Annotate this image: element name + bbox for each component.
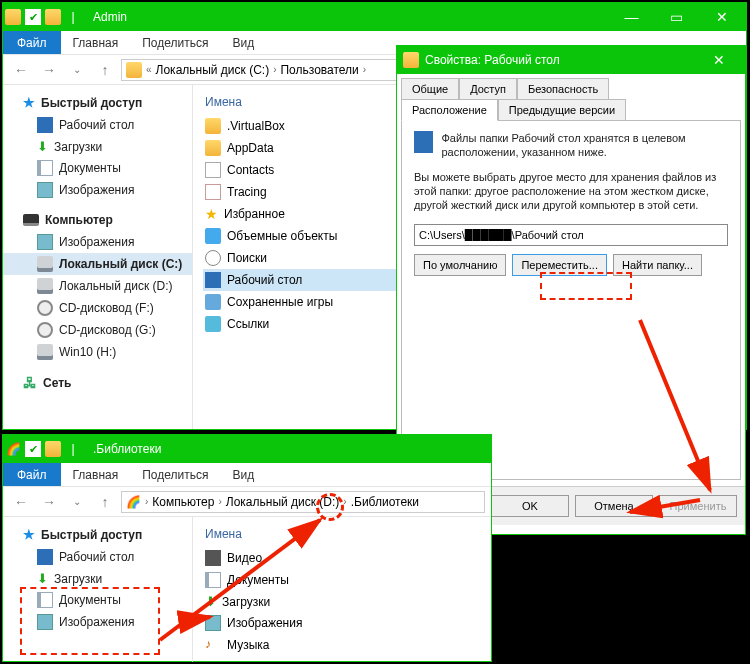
star-icon: ★	[23, 527, 35, 542]
nav-network[interactable]: 🖧Сеть	[3, 371, 192, 395]
nav-pictures[interactable]: Изображения	[3, 179, 192, 201]
music-icon: ♪	[205, 637, 221, 653]
tab-view[interactable]: Вид	[220, 31, 266, 54]
breadcrumb-seg-1[interactable]: Локальный диск (C:)	[156, 63, 270, 77]
drive-icon	[37, 278, 53, 294]
nav-cd-g[interactable]: CD-дисковод (G:)	[3, 319, 192, 341]
breadcrumb-2[interactable]: 🌈 › Компьютер › Локальный диск (D:) › .Б…	[121, 491, 485, 513]
move-button[interactable]: Переместить...	[512, 254, 607, 276]
dialog-close-button[interactable]: ✕	[699, 52, 739, 68]
nav-win-h[interactable]: Win10 (H:)	[3, 341, 192, 363]
breadcrumb-icon-2: 🌈	[126, 495, 141, 509]
nav-desktop-2[interactable]: Рабочий стол	[3, 546, 192, 568]
tab-row-1: Общие Доступ Безопасность	[401, 78, 741, 99]
apply-button[interactable]: Применить	[659, 495, 737, 517]
nav-drive-c[interactable]: Локальный диск (C:)	[3, 253, 192, 275]
default-button[interactable]: По умолчанию	[414, 254, 506, 276]
maximize-button[interactable]: ▭	[654, 3, 699, 31]
saved-icon	[205, 294, 221, 310]
up-button-2[interactable]: ↑	[93, 490, 117, 514]
ok-button[interactable]: OK	[491, 495, 569, 517]
find-folder-button[interactable]: Найти папку...	[613, 254, 702, 276]
ribbon-tabs-2: Файл Главная Поделиться Вид	[3, 463, 491, 487]
column-header-name-2[interactable]: Имена	[203, 525, 481, 547]
forward-button[interactable]: →	[37, 58, 61, 82]
item-music[interactable]: ♪Музыка	[203, 634, 481, 656]
desktop-icon	[37, 117, 53, 133]
close-button[interactable]: ✕	[699, 3, 744, 31]
tab-view-2[interactable]: Вид	[220, 463, 266, 486]
document-icon	[205, 572, 221, 588]
favorite-icon: ★	[205, 206, 218, 222]
nav-drive-d[interactable]: Локальный диск (D:)	[3, 275, 192, 297]
titlebar-2[interactable]: 🌈 ✔ | .Библиотеки	[3, 435, 491, 463]
qat-folder-icon[interactable]	[45, 9, 61, 25]
item-downloads-2[interactable]: ⬇Загрузки	[203, 591, 481, 612]
nav-pictures2[interactable]: Изображения	[3, 231, 192, 253]
network-icon: 🖧	[23, 375, 37, 391]
forward-button-2[interactable]: →	[37, 490, 61, 514]
qat-check-icon[interactable]: ✔	[25, 441, 41, 457]
tab-security[interactable]: Безопасность	[517, 78, 609, 100]
nav-quick-access-2[interactable]: ★Быстрый доступ	[3, 523, 192, 546]
nav-documents-2[interactable]: Документы	[3, 589, 192, 611]
titlebar[interactable]: ✔ | Admin ― ▭ ✕	[3, 3, 746, 31]
tab-share-2[interactable]: Поделиться	[130, 463, 220, 486]
tab-home[interactable]: Главная	[61, 31, 131, 54]
tab-general[interactable]: Общие	[401, 78, 459, 100]
tab-previous[interactable]: Предыдущие версии	[498, 99, 626, 121]
nav-cd-f[interactable]: CD-дисковод (F:)	[3, 297, 192, 319]
tab-location[interactable]: Расположение	[401, 99, 498, 121]
dialog-body: Общие Доступ Безопасность Расположение П…	[397, 74, 745, 486]
3d-icon	[205, 228, 221, 244]
star-icon: ★	[23, 95, 35, 110]
dialog-title: Свойства: Рабочий стол	[425, 53, 560, 67]
desktop-icon	[37, 549, 53, 565]
nav-desktop[interactable]: Рабочий стол	[3, 114, 192, 136]
item-pictures-2[interactable]: Изображения	[203, 612, 481, 634]
breadcrumb2-seg-1[interactable]: Компьютер	[152, 495, 214, 509]
picture-icon	[37, 234, 53, 250]
file-menu[interactable]: Файл	[3, 31, 61, 54]
content-pane-2: Имена Видео Документы ⬇Загрузки Изображе…	[193, 517, 491, 662]
dialog-icon	[403, 52, 419, 68]
location-button-row: По умолчанию Переместить... Найти папку.…	[414, 254, 728, 276]
qat-folder-icon[interactable]	[45, 441, 61, 457]
explorer-libraries: 🌈 ✔ | .Библиотеки Файл Главная Поделитьс…	[2, 434, 492, 662]
back-button[interactable]: ←	[9, 58, 33, 82]
nav-computer[interactable]: Компьютер	[3, 209, 192, 231]
tab-home-2[interactable]: Главная	[61, 463, 131, 486]
recent-dropdown-2[interactable]: ⌄	[65, 490, 89, 514]
breadcrumb2-seg-2[interactable]: Локальный диск (D:)	[226, 495, 340, 509]
breadcrumb-seg-2[interactable]: Пользователи	[280, 63, 358, 77]
item-documents-2[interactable]: Документы	[203, 569, 481, 591]
tab-access[interactable]: Доступ	[459, 78, 517, 100]
nav-quick-access[interactable]: ★Быстрый доступ	[3, 91, 192, 114]
search-icon	[205, 250, 221, 266]
picture-icon	[37, 182, 53, 198]
nav-downloads-2[interactable]: ⬇Загрузки	[3, 568, 192, 589]
location-path-input[interactable]	[414, 224, 728, 246]
item-video[interactable]: Видео	[203, 547, 481, 569]
dialog-titlebar[interactable]: Свойства: Рабочий стол ✕	[397, 46, 745, 74]
nav-documents[interactable]: Документы	[3, 157, 192, 179]
video-icon	[205, 550, 221, 566]
quick-access-toolbar-2: 🌈 ✔ |	[5, 441, 81, 457]
nav-downloads[interactable]: ⬇Загрузки	[3, 136, 192, 157]
desktop-icon	[205, 272, 221, 288]
breadcrumb2-seg-3[interactable]: .Библиотеки	[351, 495, 419, 509]
tab-row-2: Расположение Предыдущие версии	[401, 99, 741, 120]
recent-dropdown[interactable]: ⌄	[65, 58, 89, 82]
file-menu-2[interactable]: Файл	[3, 463, 61, 486]
tab-share[interactable]: Поделиться	[130, 31, 220, 54]
minimize-button[interactable]: ―	[609, 3, 654, 31]
nav-pictures-2[interactable]: Изображения	[3, 611, 192, 633]
up-button[interactable]: ↑	[93, 58, 117, 82]
location-desc-2: Вы можете выбрать другое место для хране…	[414, 170, 728, 213]
back-button-2[interactable]: ←	[9, 490, 33, 514]
qat-check-icon[interactable]: ✔	[25, 9, 41, 25]
cancel-button[interactable]: Отмена	[575, 495, 653, 517]
cd-icon	[37, 322, 53, 338]
window-title: Admin	[89, 10, 609, 24]
app-icon: 🌈	[5, 441, 21, 457]
